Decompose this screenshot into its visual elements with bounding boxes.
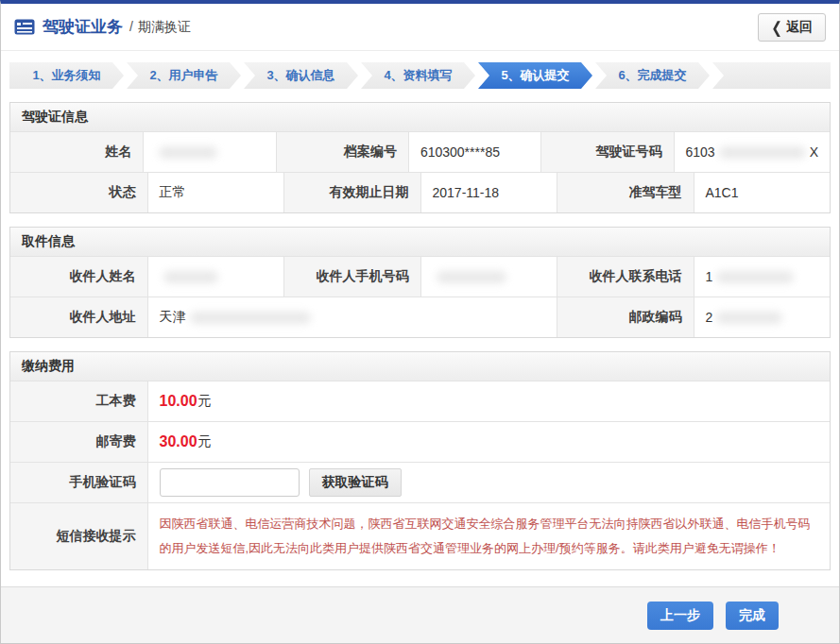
sms-notice-cell: 因陕西省联通、电信运营商技术问题，陕西省互联网交通安全综合服务管理平台无法向持陕… [147, 503, 831, 569]
redacted-blur [716, 312, 782, 324]
recipient-phone-prefix: 1 [706, 269, 713, 284]
production-fee-value: 10.00元 [147, 381, 831, 421]
postal-code-value: 2 [694, 297, 831, 337]
license-no-label: 驾驶证号码 [540, 132, 673, 172]
get-sms-code-button[interactable]: 获取验证码 [309, 468, 402, 497]
production-fee-amount: 10.00 [160, 393, 197, 410]
expiry-value: 2017-11-18 [420, 173, 557, 212]
step-tab-1[interactable]: 1、业务须知 [9, 62, 124, 89]
redacted-blur [163, 271, 218, 283]
footer-action-bar: 上一步 完成 [1, 586, 839, 643]
redacted-blur [716, 271, 794, 283]
name-value [143, 132, 275, 172]
table-row: 短信接收提示 因陕西省联通、电信运营商技术问题，陕西省互联网交通安全综合服务管理… [10, 502, 830, 569]
vehicle-class-value: A1C1 [694, 173, 831, 212]
redacted-blur [719, 146, 806, 159]
postal-code-prefix: 2 [706, 310, 713, 325]
breadcrumb: /期满换证 [129, 19, 191, 36]
step-tab-2[interactable]: 2、用户申告 [127, 62, 241, 89]
step-tab-6[interactable]: 6、完成提交 [595, 62, 710, 89]
header-bar: 驾驶证业务 /期满换证 ❮ 返回 [1, 4, 839, 51]
pickup-info-section: 取件信息 收件人姓名 收件人手机号码 收件人联系电话 1 收件人地址 天津 邮政… [9, 227, 831, 338]
postage-fee-unit: 元 [198, 433, 212, 450]
table-row: 状态 正常 有效期止日期 2017-11-18 准驾车型 A1C1 [10, 172, 830, 212]
table-row: 邮寄费 30.00元 [10, 421, 830, 462]
recipient-mobile-value [420, 257, 557, 297]
postal-code-label: 邮政编码 [557, 297, 694, 337]
breadcrumb-current: 期满换证 [138, 19, 191, 34]
expiry-label: 有效期止日期 [283, 173, 420, 212]
redacted-blur [437, 271, 506, 283]
postage-fee-amount: 30.00 [160, 433, 197, 450]
back-button-label: 返回 [786, 19, 813, 36]
step-wizard-filler [712, 62, 831, 89]
page-title: 驾驶证业务 [43, 16, 123, 38]
recipient-address-prefix: 天津 [160, 309, 186, 326]
step-wizard: 1、业务须知 2、用户申告 3、确认信息 4、资料填写 5、确认提交 6、完成提… [9, 62, 831, 89]
license-no-suffix: X [810, 144, 818, 160]
table-row: 收件人地址 天津 邮政编码 2 [10, 297, 830, 337]
sms-code-cell: 获取验证码 [147, 463, 831, 502]
production-fee-label: 工本费 [10, 381, 147, 421]
status-label: 状态 [10, 173, 147, 212]
status-value: 正常 [147, 173, 284, 212]
breadcrumb-divider: / [129, 19, 133, 34]
file-no-label: 档案编号 [276, 132, 408, 172]
table-row: 姓名 档案编号 610300****85 驾驶证号码 6103X [10, 131, 830, 172]
recipient-mobile-label: 收件人手机号码 [283, 257, 420, 297]
production-fee-unit: 元 [198, 393, 212, 410]
sms-notice-label: 短信接收提示 [10, 503, 147, 569]
id-card-list-icon [14, 19, 35, 35]
table-row: 收件人姓名 收件人手机号码 收件人联系电话 1 [10, 256, 830, 297]
step-tab-4[interactable]: 4、资料填写 [361, 62, 475, 89]
postage-fee-label: 邮寄费 [10, 422, 147, 462]
recipient-address-label: 收件人地址 [10, 297, 147, 337]
name-label: 姓名 [10, 132, 143, 172]
license-no-value: 6103X [674, 132, 831, 172]
file-no-value: 610300****85 [408, 132, 540, 172]
license-section-title: 驾驶证信息 [10, 103, 830, 131]
license-no-prefix: 6103 [686, 144, 715, 160]
table-row: 手机验证码 获取验证码 [10, 462, 830, 502]
fees-section-title: 缴纳费用 [10, 352, 830, 381]
recipient-phone-label: 收件人联系电话 [557, 257, 694, 297]
recipient-phone-value: 1 [694, 257, 831, 297]
back-chevron-icon: ❮ [771, 18, 782, 36]
table-row: 工本费 10.00元 [10, 381, 830, 421]
recipient-address-value: 天津 [147, 297, 557, 337]
back-button[interactable]: ❮ 返回 [758, 13, 826, 42]
finish-button[interactable]: 完成 [726, 602, 779, 630]
vehicle-class-label: 准驾车型 [557, 173, 694, 212]
redacted-blur [190, 312, 311, 324]
sms-code-input[interactable] [160, 468, 300, 497]
postage-fee-value: 30.00元 [147, 422, 831, 462]
step-tab-3[interactable]: 3、确认信息 [244, 62, 358, 89]
sms-code-label: 手机验证码 [10, 463, 147, 502]
license-info-section: 驾驶证信息 姓名 档案编号 610300****85 驾驶证号码 6103X 状… [9, 102, 831, 213]
previous-step-button[interactable]: 上一步 [647, 602, 713, 630]
sms-notice-text: 因陕西省联通、电信运营商技术问题，陕西省互联网交通安全综合服务管理平台无法向持陕… [148, 503, 831, 569]
fees-section: 缴纳费用 工本费 10.00元 邮寄费 30.00元 手机验证码 获取验证码 短… [9, 351, 831, 570]
redacted-blur [159, 146, 217, 159]
step-tab-5[interactable]: 5、确认提交 [478, 62, 592, 89]
recipient-name-label: 收件人姓名 [10, 257, 147, 297]
pickup-section-title: 取件信息 [10, 228, 830, 256]
recipient-name-value [147, 257, 284, 297]
